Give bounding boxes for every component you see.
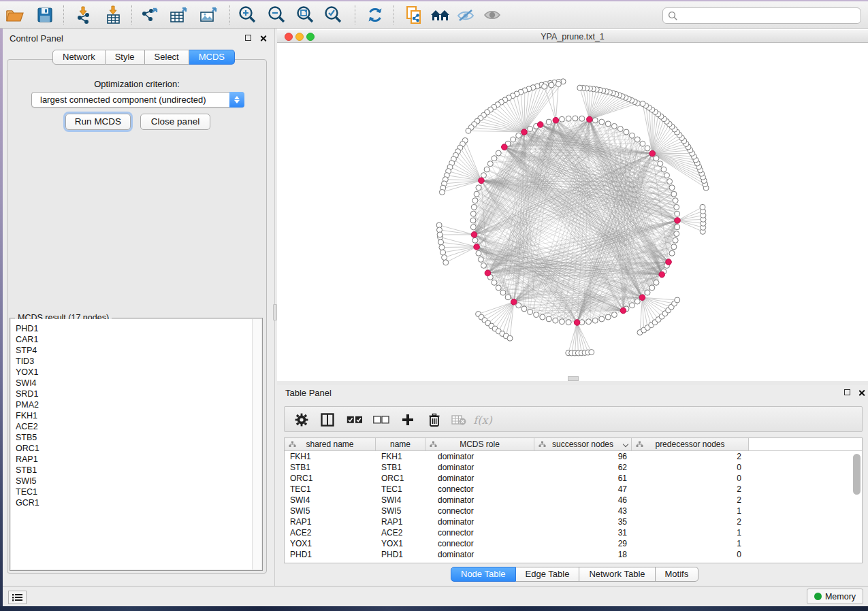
cell: dominator [438, 451, 540, 462]
tab-network[interactable]: Network [52, 50, 106, 65]
tab-network-table[interactable]: Network Table [579, 567, 655, 582]
memory-status-icon [814, 593, 822, 600]
memory-button[interactable]: Memory [807, 589, 863, 604]
mcds-result-item[interactable]: PMA2 [16, 399, 252, 410]
column-header-name[interactable]: name [376, 438, 425, 450]
show-panel-list-button[interactable] [8, 591, 27, 604]
import-table-button[interactable] [101, 4, 125, 26]
delete-rows-button[interactable] [424, 407, 445, 433]
network-view-title: YPA_prune.txt_1 [277, 32, 868, 42]
table-row[interactable]: STB1STB1dominator620 [285, 462, 862, 473]
control-panel-header: Control Panel [3, 29, 273, 48]
cell: 47 [534, 484, 627, 495]
column-header-MCDS-role[interactable]: MCDS role [425, 438, 534, 450]
select-all-rows-button[interactable] [344, 407, 365, 433]
deselect-all-rows-button[interactable] [371, 407, 391, 433]
mcds-result-item[interactable]: SWI5 [16, 476, 252, 486]
network-canvas[interactable] [277, 44, 868, 381]
clone-network-icon [404, 5, 423, 25]
table-row[interactable]: RAP1RAP1dominator352 [285, 516, 862, 527]
tree-icon [430, 441, 437, 448]
sort-descending-icon [623, 442, 628, 447]
export-table-button[interactable] [167, 4, 191, 26]
table-settings-button[interactable] [291, 407, 312, 433]
mcds-result-item[interactable]: GCR1 [16, 497, 252, 508]
show-columns-button[interactable] [317, 407, 338, 433]
criterion-dropdown[interactable]: largest connected component (undirected) [31, 92, 244, 108]
zoom-selected-button[interactable] [321, 4, 344, 26]
tab-mcds[interactable]: MCDS [189, 50, 235, 65]
import-network-button[interactable] [71, 4, 95, 26]
float-table-panel-icon[interactable] [844, 389, 850, 395]
mcds-result-item[interactable]: STB1 [16, 465, 252, 476]
tab-node-table[interactable]: Node Table [451, 567, 516, 582]
toolbar-separator [131, 5, 132, 24]
mcds-result-item[interactable]: FKH1 [16, 410, 252, 421]
trash-icon [428, 413, 440, 427]
mcds-result-item[interactable]: STB5 [16, 432, 252, 443]
search-input[interactable] [662, 7, 861, 24]
zoom-in-button[interactable] [236, 4, 259, 26]
cell: SWI5 [290, 506, 374, 516]
mcds-result-item[interactable]: ACE2 [16, 421, 252, 432]
go-home-button[interactable] [429, 4, 452, 26]
export-network-icon [139, 5, 159, 24]
import-table-icon [103, 5, 123, 24]
tab-style[interactable]: Style [106, 50, 145, 65]
table-row[interactable]: ORC1ORC1dominator610 [285, 473, 862, 484]
export-image-button[interactable] [197, 4, 221, 26]
table-row[interactable]: ACE2ACE2connector311 [285, 527, 862, 538]
mcds-result-item[interactable]: PHD1 [16, 323, 252, 334]
column-header-successor-nodes[interactable]: successor nodes [534, 438, 632, 450]
table-row[interactable]: YOX1YOX1connector291 [285, 538, 862, 549]
close-table-panel-icon[interactable] [858, 389, 865, 397]
mcds-result-item[interactable]: TEC1 [16, 486, 252, 497]
show-all-button[interactable] [481, 4, 504, 26]
horizontal-splitter-handle[interactable] [568, 376, 579, 381]
tab-motifs[interactable]: Motifs [656, 567, 699, 582]
table-row[interactable]: FKH1FKH1dominator962 [285, 451, 862, 462]
table-panel-tabs: Node TableEdge TableNetwork TableMotifs [451, 567, 698, 582]
mcds-result-item[interactable]: TID3 [16, 356, 252, 367]
column-header-predecessor-nodes[interactable]: predecessor nodes [632, 438, 749, 450]
cell: ORC1 [381, 473, 424, 484]
export-network-button[interactable] [138, 4, 161, 26]
table-row[interactable]: SWI4SWI4dominator462 [285, 495, 862, 506]
refresh-layout-button[interactable] [364, 4, 387, 26]
table-row[interactable]: TEC1TEC1connector472 [285, 484, 862, 495]
table-header-row: shared namenameMCDS rolesuccessor nodesp… [285, 438, 862, 451]
float-panel-icon[interactable] [245, 35, 251, 41]
cell: YOX1 [290, 538, 374, 549]
apply-function-button[interactable]: f(x) [472, 407, 493, 433]
add-row-button[interactable] [398, 407, 418, 433]
tab-select[interactable]: Select [145, 50, 189, 65]
delete-table-button[interactable] [449, 407, 469, 433]
mcds-result-item[interactable]: YOX1 [16, 367, 252, 378]
close-panel-icon[interactable] [259, 35, 267, 42]
cell: 96 [534, 451, 627, 462]
table-scrollbar-thumb[interactable] [853, 454, 861, 495]
mcds-result-scrollbar[interactable] [252, 319, 261, 569]
open-file-button[interactable] [3, 4, 27, 26]
tab-edge-table[interactable]: Edge Table [516, 567, 580, 582]
close-panel-button[interactable]: Close panel [140, 114, 210, 130]
zoom-out-button[interactable] [265, 4, 288, 26]
mcds-result-item[interactable]: STP4 [16, 345, 252, 356]
mcds-result-item[interactable]: SWI4 [16, 378, 252, 389]
mcds-result-list[interactable]: PHD1CAR1STP4TID3YOX1SWI4SRD1PMA2FKH1ACE2… [11, 319, 252, 569]
zoom-fit-button[interactable] [293, 4, 317, 26]
mcds-result-item[interactable]: RAP1 [16, 454, 252, 465]
mcds-result-item[interactable]: CAR1 [16, 334, 252, 345]
save-session-button[interactable] [33, 4, 57, 26]
column-label: successor nodes [552, 440, 613, 449]
mcds-result-item[interactable]: SRD1 [16, 389, 252, 399]
clone-network-button[interactable] [402, 4, 425, 26]
table-row[interactable]: PHD1PHD1dominator180 [285, 549, 862, 560]
hide-selected-button[interactable] [454, 4, 477, 26]
cell: FKH1 [290, 451, 374, 462]
table-row[interactable]: SWI5SWI5connector431 [285, 506, 862, 516]
column-header-shared-name[interactable]: shared name [285, 438, 376, 450]
cell: connector [438, 484, 540, 495]
mcds-result-item[interactable]: ORC1 [16, 443, 252, 454]
run-mcds-button[interactable]: Run MCDS [65, 114, 131, 130]
